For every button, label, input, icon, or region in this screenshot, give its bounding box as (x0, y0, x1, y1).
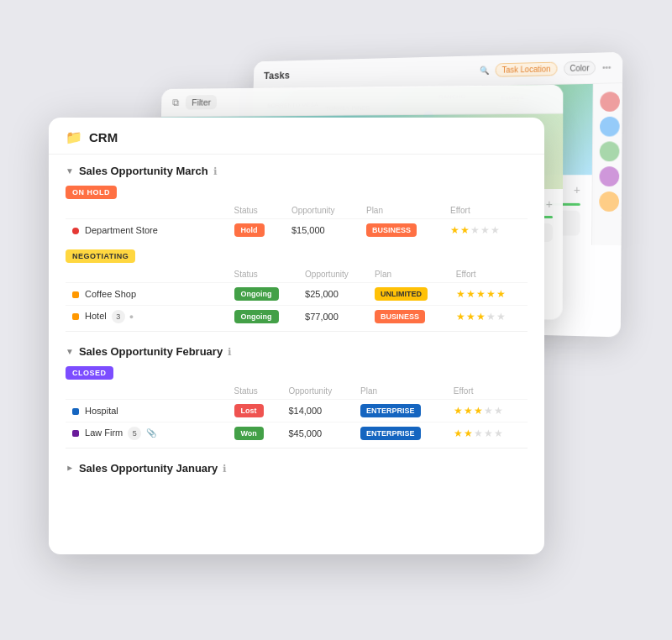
closed-col-name-empty (66, 385, 228, 400)
neg-col-opp: Opportunity (298, 268, 368, 283)
law-firm-plan-badge: ENTERPRISE (360, 427, 421, 440)
col-status-header: Status (228, 204, 285, 219)
department-store-row[interactable]: Department Store Hold $15,000 BUSINESS ★… (66, 219, 528, 242)
law-firm-dot (72, 430, 79, 437)
coffee-shop-dot (72, 291, 79, 298)
filter-icon: ⧉ (172, 97, 180, 108)
kanban-header: ⧉ Filter (161, 85, 563, 118)
section-divider-2 (66, 448, 528, 449)
task-location-badge[interactable]: Task Location (496, 62, 557, 77)
march-title: Sales Opportunity March (79, 165, 208, 177)
tasks-search: 🔍 (480, 66, 489, 75)
negotiating-label: NEGOTIATING (66, 249, 135, 263)
law-firm-won-badge: Won (234, 427, 264, 440)
hospital-name: Hospital (66, 400, 228, 422)
hospital-opp: $14,000 (281, 400, 354, 422)
closed-table: Status Opportunity Plan Effort Hospital … (66, 385, 528, 444)
coffee-plan-badge: UNLIMITED (375, 287, 428, 301)
hotel-dot (72, 313, 79, 320)
hotel-plan: BUSINESS (368, 306, 449, 328)
onhold-table: Status Opportunity Plan Effort Departmen… (66, 204, 528, 241)
neg-col-status: Status (228, 268, 299, 283)
coffee-opp-val: $25,000 (305, 289, 339, 299)
law-firm-name: Law Firm 5 📎 (66, 422, 228, 445)
filter-button[interactable]: Filter (186, 95, 218, 110)
hospital-opp-val: $14,000 (288, 406, 322, 416)
r-avatar-3 (600, 141, 620, 161)
r-avatar-5 (599, 191, 619, 212)
hospital-status: Lost (228, 400, 282, 422)
march-chevron: ▼ (66, 166, 74, 176)
tasks-title: Tasks (264, 69, 290, 81)
crm-section-february: ▼ Sales Opportunity February ℹ CLOSED St… (49, 335, 544, 444)
dept-opp-val: $15,000 (291, 225, 325, 235)
negotiating-table: Status Opportunity Plan Effort Coffee Sh… (66, 268, 528, 328)
february-section-header[interactable]: ▼ Sales Opportunity February ℹ (66, 335, 528, 363)
negotiating-header-row: Status Opportunity Plan Effort (66, 268, 528, 283)
dept-stars: ★★★★★ (450, 224, 501, 236)
hotel-plan-badge: BUSINESS (375, 310, 425, 323)
hotel-dot-red: ● (129, 312, 134, 321)
kanban-normal-add[interactable]: + (546, 197, 553, 211)
onhold-header-row: Status Opportunity Plan Effort (66, 204, 528, 219)
neg-col-name-empty (66, 268, 228, 283)
january-title: Sales Opportunity January (79, 462, 218, 475)
normal-add[interactable]: + (574, 183, 580, 197)
crm-title: CRM (89, 130, 118, 144)
hospital-dot (72, 408, 79, 415)
law-firm-row[interactable]: Law Firm 5 📎 Won $45,000 ENTERPRISE ★★★ (66, 422, 528, 445)
hotel-count-badge: 3 (112, 310, 125, 323)
department-store-effort: ★★★★★ (444, 219, 528, 242)
department-store-dot (72, 228, 79, 234)
law-firm-plan: ENTERPRISE (354, 422, 447, 445)
hotel-stars: ★★★★★ (456, 311, 507, 323)
crm-panel: 📁 CRM ▼ Sales Opportunity March ℹ ON HOL… (49, 118, 544, 554)
law-firm-status: Won (228, 422, 282, 445)
coffee-shop-name: Coffee Shop (66, 283, 228, 306)
color-badge[interactable]: Color (564, 60, 596, 75)
coffee-shop-plan: UNLIMITED (368, 283, 449, 306)
january-section-header[interactable]: ▼ Sales Opportunity January ℹ (66, 452, 528, 480)
law-firm-opp: $45,000 (281, 422, 354, 445)
neg-col-plan: Plan (368, 268, 449, 283)
hotel-effort: ★★★★★ (449, 306, 528, 328)
crm-header: 📁 CRM (49, 118, 544, 155)
col-plan-header: Plan (360, 204, 444, 219)
january-chevron: ▼ (65, 464, 74, 473)
folder-icon: 📁 (66, 129, 82, 145)
february-closed-group: CLOSED Status Opportunity Plan Effort Ho… (66, 363, 528, 444)
law-firm-effort: ★★★★★ (447, 422, 528, 445)
february-title: Sales Opportunity February (79, 345, 223, 358)
coffee-shop-status: Ongoing (228, 283, 299, 306)
hold-badge: Hold (234, 223, 265, 237)
coffee-shop-row[interactable]: Coffee Shop Ongoing $25,000 UNLIMITED ★★… (66, 283, 528, 306)
search-icon: 🔍 (480, 66, 489, 75)
hospital-stars: ★★★★★ (454, 405, 504, 417)
more-icon[interactable]: ••• (602, 63, 611, 72)
hotel-status: Ongoing (228, 306, 299, 328)
law-firm-stars: ★★★★★ (454, 428, 504, 439)
tasks-sidebar (591, 83, 622, 245)
hotel-opp-val: $77,000 (305, 312, 339, 322)
closed-col-status: Status (228, 385, 282, 400)
hospital-plan-badge: ENTERPRISE (360, 404, 421, 417)
hospital-row[interactable]: Hospital Lost $14,000 ENTERPRISE ★★★★★ (66, 400, 528, 422)
law-firm-opp-val: $45,000 (288, 428, 322, 438)
tasks-avatars (592, 83, 622, 220)
march-section-header[interactable]: ▼ Sales Opportunity March ℹ (66, 155, 528, 182)
law-firm-paperclip: 📎 (146, 428, 156, 438)
col-name-empty (66, 204, 228, 219)
january-info-icon: ℹ (223, 463, 227, 475)
filter-label: Filter (192, 97, 211, 108)
march-negotiating-group: NEGOTIATING Status Opportunity Plan Effo… (66, 246, 528, 328)
march-onhold-group: ON HOLD Status Opportunity Plan Effort D… (66, 182, 528, 241)
hotel-name: Hotel 3 ● (66, 306, 228, 328)
r-avatar-1 (600, 92, 620, 112)
closed-col-plan: Plan (354, 385, 447, 400)
dept-plan-badge: BUSINESS (366, 223, 417, 237)
department-store-status: Hold (228, 219, 285, 242)
closed-col-effort: Effort (447, 385, 528, 400)
hotel-row[interactable]: Hotel 3 ● Ongoing $77,000 BUSINESS ★★★★★ (66, 306, 528, 328)
crm-section-january: ▼ Sales Opportunity January ℹ (49, 452, 544, 480)
closed-col-opp: Opportunity (281, 385, 354, 400)
